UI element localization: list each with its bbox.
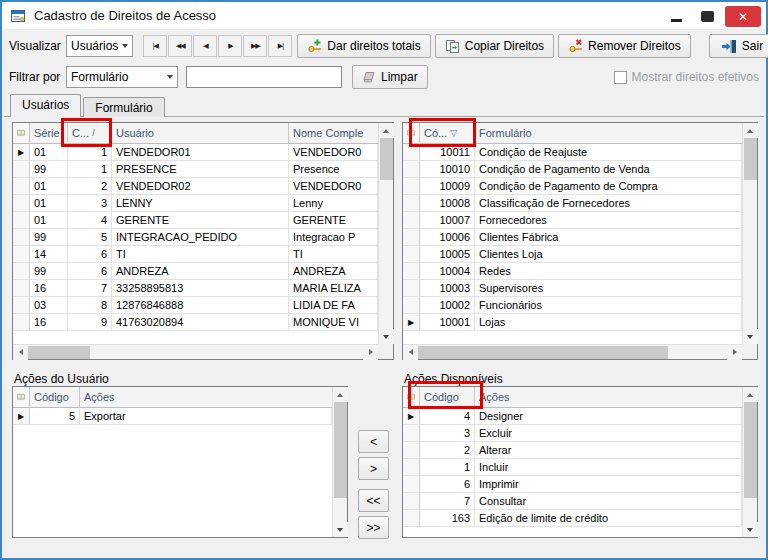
available-action-row[interactable]: ▶ 4 Designer (403, 408, 742, 425)
available-action-row[interactable]: 163 Edição de limite de crédito (403, 510, 742, 527)
move-all-left-button[interactable]: << (358, 489, 389, 512)
user-row[interactable]: 14 6 TI TI (13, 246, 378, 263)
available-action-row[interactable]: 1 Incluir (403, 459, 742, 476)
available-action-row[interactable]: 6 Imprimir (403, 476, 742, 493)
form-row[interactable]: 10005 Clientes Loja (403, 246, 742, 263)
vertical-scrollbar[interactable] (742, 387, 757, 537)
close-button[interactable]: ✕ (725, 6, 761, 27)
form-row[interactable]: 10003 Supervisores (403, 280, 742, 297)
col-header-codigo[interactable]: C... / (68, 123, 112, 143)
exit-button[interactable]: Sair (709, 34, 768, 58)
cell-codigo: 7 (420, 493, 475, 510)
view-combo[interactable]: Usuários (66, 35, 133, 57)
scroll-right-icon[interactable] (363, 345, 378, 360)
user-row[interactable]: ▶ 01 1 VENDEDOR01 VENDEDOR0 (13, 144, 378, 161)
user-row[interactable]: 99 6 ANDREZA ANDREZA (13, 263, 378, 280)
scrollbar-thumb[interactable] (744, 138, 757, 180)
copy-rights-button[interactable]: Copiar Direitos (435, 34, 554, 58)
col-header-acoes[interactable]: Ações (475, 387, 742, 407)
form-row[interactable]: 10010 Condição de Pagamento de Venda (403, 161, 742, 178)
vertical-scrollbar[interactable] (378, 123, 393, 344)
form-row[interactable]: 10004 Redes (403, 263, 742, 280)
col-header-codigo[interactable]: Código (30, 387, 80, 407)
scroll-down-icon[interactable] (743, 522, 758, 537)
scrollbar-thumb[interactable] (334, 402, 347, 498)
maximize-button[interactable] (694, 7, 720, 27)
nav-next-button[interactable]: ▶ (218, 35, 242, 57)
col-header-usuario[interactable]: Usuário (112, 123, 289, 143)
move-all-right-button[interactable]: >> (358, 516, 389, 539)
form-row[interactable]: 10011 Condição de Reajuste (403, 144, 742, 161)
form-row[interactable]: 10009 Condição de Pagamento de Compra (403, 178, 742, 195)
scrollbar-thumb[interactable] (380, 138, 393, 180)
col-header-serie[interactable]: Série (30, 123, 68, 143)
available-action-row[interactable]: 3 Excluir (403, 425, 742, 442)
user-row[interactable]: 16 9 41763020894 MONIQUE VI (13, 314, 378, 331)
nav-next-page-button[interactable]: ▶▶ (243, 35, 267, 57)
form-row[interactable]: 10007 Fornecedores (403, 212, 742, 229)
user-row[interactable]: 03 8 12876846888 LIDIA DE FA (13, 297, 378, 314)
nav-first-button[interactable]: |◀ (143, 35, 167, 57)
user-row[interactable]: 01 2 VENDEDOR02 VENDEDOR0 (13, 178, 378, 195)
vertical-scrollbar[interactable] (742, 123, 757, 344)
vertical-scrollbar[interactable] (332, 387, 347, 537)
col-header-codigo[interactable]: Có... ▽ (420, 123, 475, 143)
tab-usuarios[interactable]: Usuários (10, 94, 81, 117)
nav-last-button[interactable]: ▶| (268, 35, 292, 57)
col-header-formulario[interactable]: Formulário (475, 123, 742, 143)
col-header-nome[interactable]: Nome Comple (289, 123, 378, 143)
form-row[interactable]: ▶ 10001 Lojas (403, 314, 742, 331)
user-row[interactable]: 99 1 PRESENCE Presence (13, 161, 378, 178)
effective-rights-checkbox[interactable] (614, 71, 627, 84)
scroll-left-icon[interactable] (403, 345, 418, 360)
scroll-up-icon[interactable] (379, 123, 394, 138)
form-row[interactable]: 10002 Funcionários (403, 297, 742, 314)
user-row[interactable]: 16 7 33258895813 MARIA ELIZA (13, 280, 378, 297)
col-header-acoes[interactable]: Ações (80, 387, 332, 407)
scroll-up-icon[interactable] (333, 387, 348, 402)
scroll-down-icon[interactable] (743, 329, 758, 344)
move-left-button[interactable]: < (358, 430, 389, 453)
exit-label: Sair (742, 39, 763, 53)
cell-usuario: GERENTE (112, 212, 289, 229)
form-row[interactable]: 10008 Classificação de Fornecedores (403, 195, 742, 212)
grant-rights-button[interactable]: Dar direitos totais (297, 34, 430, 58)
cell-serie: 99 (30, 229, 68, 246)
available-actions-grid-body: ▶ 4 Designer 3 Excluir 2 Alterar 1 Inclu… (403, 408, 742, 537)
scroll-left-icon[interactable] (13, 345, 28, 360)
filterbar: Filtrar por Formulário Limpar Mostrar di… (2, 62, 766, 92)
cell-codigo: 2 (68, 178, 112, 195)
scroll-down-icon[interactable] (333, 522, 348, 537)
col-header-codigo[interactable]: Código (420, 387, 475, 407)
move-right-button[interactable]: > (358, 457, 389, 480)
available-action-row[interactable]: 2 Alterar (403, 442, 742, 459)
horizontal-scrollbar[interactable] (13, 344, 378, 359)
user-row[interactable]: 01 3 LENNY Lenny (13, 195, 378, 212)
available-action-row[interactable]: 7 Consultar (403, 493, 742, 510)
user-row[interactable]: 99 5 INTEGRACAO_PEDIDO Integracao P (13, 229, 378, 246)
cell-formulario: Condição de Reajuste (475, 144, 742, 161)
user-action-row[interactable]: ▶ 5 Exportar (13, 408, 332, 425)
row-indicator (403, 178, 420, 195)
sort-desc-icon: ▽ (450, 128, 457, 138)
scroll-right-icon[interactable] (727, 345, 742, 360)
cell-acoes: Consultar (475, 493, 742, 510)
scroll-up-icon[interactable] (743, 123, 758, 138)
scrollbar-thumb[interactable] (418, 346, 668, 359)
form-row[interactable]: 10006 Clientes Fábrica (403, 229, 742, 246)
nav-prev-button[interactable]: ◀ (193, 35, 217, 57)
scroll-down-icon[interactable] (379, 329, 394, 344)
limpar-button[interactable]: Limpar (352, 65, 428, 89)
horizontal-scrollbar[interactable] (403, 344, 742, 359)
tab-formulario[interactable]: Formulário (83, 97, 164, 117)
scroll-up-icon[interactable] (743, 387, 758, 402)
scrollbar-thumb[interactable] (28, 346, 90, 359)
minimize-button[interactable] (663, 7, 689, 27)
cell-serie: 16 (30, 314, 68, 331)
filter-combo[interactable]: Formulário (66, 66, 178, 88)
nav-prev-page-button[interactable]: ◀◀ (168, 35, 192, 57)
user-row[interactable]: 01 4 GERENTE GERENTE (13, 212, 378, 229)
filter-input[interactable] (186, 66, 342, 88)
remove-rights-button[interactable]: Remover Direitos (558, 34, 691, 58)
scrollbar-thumb[interactable] (744, 402, 757, 498)
